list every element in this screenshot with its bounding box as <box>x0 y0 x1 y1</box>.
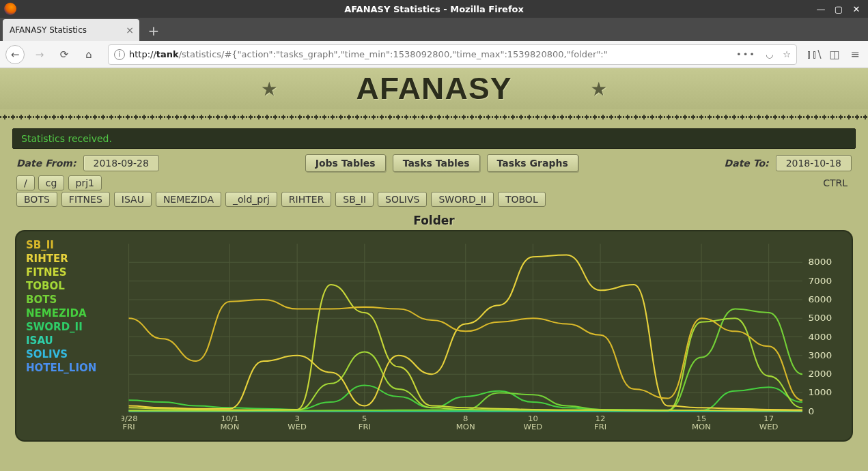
folder-filter-row: BOTSFITNESISAUNEMEZIDA_old_prjRIHTERSB_I… <box>16 192 852 207</box>
browser-tab[interactable]: AFANASY Statistics × <box>3 19 139 41</box>
svg-text:5000: 5000 <box>808 313 832 324</box>
close-window-button[interactable]: ✕ <box>848 0 865 18</box>
pocket-icon[interactable]: ◡ <box>766 49 773 59</box>
maximize-button[interactable]: ▢ <box>830 0 848 18</box>
page-actions-icon[interactable]: ••• <box>736 49 756 59</box>
url-host: tank <box>156 49 179 59</box>
ctrl-hint: CTRL <box>823 177 852 188</box>
minimize-button[interactable]: — <box>812 0 830 18</box>
chart-legend: SB_IIRIHTERFITNESTOBOLBOTSNEMEZIDASWORD_… <box>26 238 122 438</box>
url-bar[interactable]: i http://tank/statistics/#{"action":"tas… <box>108 44 797 65</box>
svg-text:0: 0 <box>808 406 814 416</box>
folder-filter-sb_ii[interactable]: SB_II <box>335 192 374 207</box>
forward-button: → <box>30 45 49 64</box>
tab-title: AFANASY Statistics <box>10 25 87 35</box>
svg-text:3000: 3000 <box>808 350 832 360</box>
window-title: AFANASY Statistics - Mozilla Firefox <box>344 4 524 14</box>
svg-text:1000: 1000 <box>808 388 832 398</box>
folder-filter-fitnes[interactable]: FITNES <box>61 192 110 207</box>
afanasy-logo: AFANASY <box>356 72 512 106</box>
date-to-value[interactable]: 2018-10-18 <box>776 155 852 171</box>
breadcrumb-prj1[interactable]: prj1 <box>68 175 102 190</box>
library-icon[interactable]: ⫿⫿\ <box>807 48 822 61</box>
legend-rihter[interactable]: RIHTER <box>26 252 122 266</box>
svg-text:WED: WED <box>759 422 779 431</box>
date-from-label: Date From: <box>16 158 76 169</box>
svg-text:4000: 4000 <box>808 332 832 342</box>
legend-isau[interactable]: ISAU <box>26 334 122 347</box>
svg-text:7000: 7000 <box>808 276 832 286</box>
svg-text:MON: MON <box>221 422 240 431</box>
svg-text:MON: MON <box>692 422 711 431</box>
jobs-tables-button[interactable]: Jobs Tables <box>305 154 386 172</box>
folder-filter-solivs[interactable]: SOLIVS <box>378 192 427 207</box>
svg-text:WED: WED <box>288 422 307 431</box>
tasks-tables-button[interactable]: Tasks Tables <box>393 154 480 172</box>
folder-filter-tobol[interactable]: TOBOL <box>498 192 546 207</box>
date-nav-row: Date From: 2018-09-28 Jobs Tables Tasks … <box>16 154 852 172</box>
chart-plot-area: 0100020003000400050006000700080009/28FRI… <box>122 238 842 438</box>
tasks-graphs-button[interactable]: Tasks Graphs <box>487 154 578 172</box>
star-left-icon: ★ <box>261 78 278 100</box>
svg-text:FRI: FRI <box>594 422 606 431</box>
divider-barbed-wire <box>0 112 868 123</box>
breadcrumb-root[interactable]: / <box>16 175 35 190</box>
status-message: Statistics received. <box>12 128 856 149</box>
folder-filter-rihter[interactable]: RIHTER <box>281 192 332 207</box>
legend-solivs[interactable]: SOLIVS <box>26 347 122 361</box>
nav-toolbar: ← → ⟳ ⌂ i http://tank/statistics/#{"acti… <box>0 41 868 68</box>
folder-filter-bots[interactable]: BOTS <box>16 192 57 207</box>
svg-text:FRI: FRI <box>359 422 371 431</box>
close-tab-icon[interactable]: × <box>126 25 134 35</box>
svg-text:2000: 2000 <box>808 369 832 379</box>
sidebar-icon[interactable]: ◫ <box>827 48 842 61</box>
tab-strip: AFANASY Statistics × + <box>0 18 868 41</box>
legend-bots[interactable]: BOTS <box>26 293 122 306</box>
url-path: /statistics/#{"action":"tasks_graph","ti… <box>179 49 608 59</box>
folder-filter-_old_prj[interactable]: _old_prj <box>225 192 277 207</box>
folder-filter-isau[interactable]: ISAU <box>114 192 152 207</box>
legend-hotel_lion[interactable]: HOTEL_LION <box>26 361 122 375</box>
svg-text:6000: 6000 <box>808 294 832 304</box>
folder-filter-sword_ii[interactable]: SWORD_II <box>431 192 494 207</box>
legend-nemezida[interactable]: NEMEZIDA <box>26 306 122 320</box>
home-button[interactable]: ⌂ <box>79 45 98 64</box>
legend-fitnes[interactable]: FITNES <box>26 266 122 279</box>
bookmark-star-icon[interactable]: ☆ <box>783 49 791 59</box>
date-to-label: Date To: <box>725 158 769 169</box>
window-titlebar: AFANASY Statistics - Mozilla Firefox — ▢… <box>0 0 868 18</box>
legend-sb_ii[interactable]: SB_II <box>26 238 122 252</box>
site-info-icon[interactable]: i <box>114 49 125 60</box>
date-from-value[interactable]: 2018-09-28 <box>83 155 159 171</box>
page-header: ★ AFANASY ★ <box>0 68 868 109</box>
new-tab-button[interactable]: + <box>143 20 164 41</box>
chart-box: SB_IIRIHTERFITNESTOBOLBOTSNEMEZIDASWORD_… <box>15 230 853 442</box>
chart-svg: 0100020003000400050006000700080009/28FRI… <box>122 238 842 438</box>
breadcrumb-cg[interactable]: cg <box>38 175 65 190</box>
svg-text:8000: 8000 <box>808 257 832 268</box>
svg-text:WED: WED <box>524 422 543 431</box>
legend-tobol[interactable]: TOBOL <box>26 279 122 293</box>
legend-sword_ii[interactable]: SWORD_II <box>26 320 122 334</box>
svg-text:FRI: FRI <box>122 422 135 431</box>
reload-button[interactable]: ⟳ <box>55 45 74 64</box>
breadcrumb-row: / cg prj1 CTRL <box>16 176 852 189</box>
svg-text:MON: MON <box>456 422 475 431</box>
star-right-icon: ★ <box>590 78 607 100</box>
page-content: ★ AFANASY ★ Statistics received. Date Fr… <box>0 68 868 471</box>
back-button[interactable]: ← <box>5 45 25 64</box>
menu-icon[interactable]: ≡ <box>848 48 863 61</box>
firefox-icon <box>4 3 16 15</box>
section-title: Folder <box>0 214 868 227</box>
folder-filter-nemezida[interactable]: NEMEZIDA <box>156 192 221 207</box>
